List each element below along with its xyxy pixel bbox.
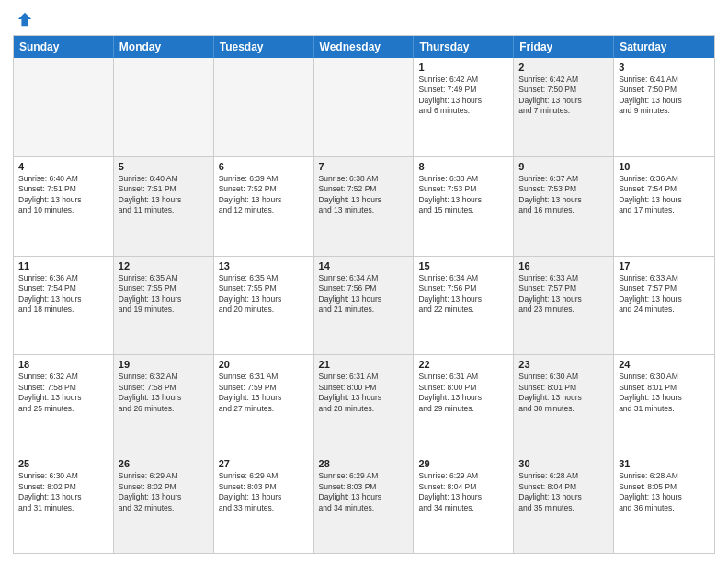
day-number: 20 — [219, 359, 309, 370]
day-info: Sunrise: 6:29 AM Sunset: 8:02 PM Dayligh… — [119, 471, 209, 513]
day-cell-24: 24Sunrise: 6:30 AM Sunset: 8:01 PM Dayli… — [614, 355, 714, 454]
day-info: Sunrise: 6:31 AM Sunset: 8:00 PM Dayligh… — [319, 372, 409, 414]
day-number: 17 — [619, 260, 710, 271]
day-number: 29 — [418, 458, 508, 469]
empty-cell — [214, 58, 314, 156]
day-cell-11: 11Sunrise: 6:36 AM Sunset: 7:54 PM Dayli… — [14, 257, 114, 355]
day-cell-13: 13Sunrise: 6:35 AM Sunset: 7:55 PM Dayli… — [214, 257, 314, 355]
day-cell-16: 16Sunrise: 6:33 AM Sunset: 7:57 PM Dayli… — [514, 257, 614, 355]
day-cell-12: 12Sunrise: 6:35 AM Sunset: 7:55 PM Dayli… — [114, 257, 214, 355]
day-info: Sunrise: 6:33 AM Sunset: 7:57 PM Dayligh… — [619, 273, 710, 316]
day-number: 7 — [319, 161, 409, 172]
week-row-5: 25Sunrise: 6:30 AM Sunset: 8:02 PM Dayli… — [14, 454, 714, 553]
day-cell-10: 10Sunrise: 6:36 AM Sunset: 7:54 PM Dayli… — [614, 157, 714, 256]
day-info: Sunrise: 6:38 AM Sunset: 7:53 PM Dayligh… — [418, 174, 508, 216]
day-info: Sunrise: 6:41 AM Sunset: 7:50 PM Dayligh… — [619, 75, 710, 117]
day-number: 18 — [18, 359, 108, 370]
day-info: Sunrise: 6:31 AM Sunset: 8:00 PM Dayligh… — [418, 372, 508, 414]
day-number: 26 — [119, 458, 209, 469]
day-cell-26: 26Sunrise: 6:29 AM Sunset: 8:02 PM Dayli… — [114, 454, 214, 553]
day-cell-3: 3Sunrise: 6:41 AM Sunset: 7:50 PM Daylig… — [614, 58, 714, 156]
day-info: Sunrise: 6:35 AM Sunset: 7:55 PM Dayligh… — [219, 273, 309, 316]
day-cell-28: 28Sunrise: 6:29 AM Sunset: 8:03 PM Dayli… — [314, 454, 415, 553]
day-number: 11 — [18, 260, 108, 271]
day-info: Sunrise: 6:37 AM Sunset: 7:53 PM Dayligh… — [518, 174, 609, 216]
day-number: 23 — [518, 359, 609, 370]
calendar-body: 1Sunrise: 6:42 AM Sunset: 7:49 PM Daylig… — [14, 58, 714, 553]
day-info: Sunrise: 6:33 AM Sunset: 7:57 PM Dayligh… — [518, 273, 609, 316]
day-cell-22: 22Sunrise: 6:31 AM Sunset: 8:00 PM Dayli… — [414, 355, 514, 454]
empty-cell — [114, 58, 214, 156]
day-info: Sunrise: 6:29 AM Sunset: 8:03 PM Dayligh… — [319, 471, 409, 513]
header-day-saturday: Saturday — [614, 36, 714, 58]
empty-cell — [14, 58, 114, 156]
day-info: Sunrise: 6:40 AM Sunset: 7:51 PM Dayligh… — [119, 174, 209, 216]
day-info: Sunrise: 6:32 AM Sunset: 7:58 PM Dayligh… — [119, 372, 209, 414]
day-number: 28 — [319, 458, 409, 469]
day-number: 31 — [619, 458, 710, 469]
day-number: 15 — [418, 260, 508, 271]
header-day-friday: Friday — [514, 36, 614, 58]
logo-text — [13, 11, 33, 28]
page: SundayMondayTuesdayWednesdayThursdayFrid… — [0, 0, 728, 563]
day-cell-20: 20Sunrise: 6:31 AM Sunset: 7:59 PM Dayli… — [214, 355, 314, 454]
header-day-wednesday: Wednesday — [314, 36, 415, 58]
header — [13, 11, 715, 28]
header-day-monday: Monday — [114, 36, 214, 58]
day-cell-19: 19Sunrise: 6:32 AM Sunset: 7:58 PM Dayli… — [114, 355, 214, 454]
day-number: 10 — [619, 161, 710, 172]
day-info: Sunrise: 6:38 AM Sunset: 7:52 PM Dayligh… — [319, 174, 409, 216]
day-number: 2 — [518, 62, 609, 73]
day-info: Sunrise: 6:42 AM Sunset: 7:50 PM Dayligh… — [518, 75, 609, 117]
day-number: 1 — [418, 62, 508, 73]
day-info: Sunrise: 6:35 AM Sunset: 7:55 PM Dayligh… — [119, 273, 209, 316]
day-cell-29: 29Sunrise: 6:29 AM Sunset: 8:04 PM Dayli… — [414, 454, 514, 553]
day-cell-30: 30Sunrise: 6:28 AM Sunset: 8:04 PM Dayli… — [514, 454, 614, 553]
day-info: Sunrise: 6:42 AM Sunset: 7:49 PM Dayligh… — [418, 75, 508, 117]
header-day-tuesday: Tuesday — [214, 36, 314, 58]
week-row-3: 11Sunrise: 6:36 AM Sunset: 7:54 PM Dayli… — [14, 256, 714, 355]
day-cell-2: 2Sunrise: 6:42 AM Sunset: 7:50 PM Daylig… — [514, 58, 614, 156]
day-cell-8: 8Sunrise: 6:38 AM Sunset: 7:53 PM Daylig… — [414, 157, 514, 256]
header-day-sunday: Sunday — [14, 36, 114, 58]
day-cell-27: 27Sunrise: 6:29 AM Sunset: 8:03 PM Dayli… — [214, 454, 314, 553]
day-info: Sunrise: 6:30 AM Sunset: 8:01 PM Dayligh… — [619, 372, 710, 414]
day-cell-31: 31Sunrise: 6:28 AM Sunset: 8:05 PM Dayli… — [614, 454, 714, 553]
day-number: 22 — [418, 359, 508, 370]
week-row-4: 18Sunrise: 6:32 AM Sunset: 7:58 PM Dayli… — [14, 354, 714, 454]
day-cell-25: 25Sunrise: 6:30 AM Sunset: 8:02 PM Dayli… — [14, 454, 114, 553]
day-number: 5 — [119, 161, 209, 172]
day-number: 25 — [18, 458, 108, 469]
day-number: 13 — [219, 260, 309, 271]
day-info: Sunrise: 6:30 AM Sunset: 8:01 PM Dayligh… — [518, 372, 609, 414]
day-number: 21 — [319, 359, 409, 370]
day-number: 30 — [518, 458, 609, 469]
day-info: Sunrise: 6:40 AM Sunset: 7:51 PM Dayligh… — [18, 174, 108, 216]
day-cell-18: 18Sunrise: 6:32 AM Sunset: 7:58 PM Dayli… — [14, 355, 114, 454]
week-row-1: 1Sunrise: 6:42 AM Sunset: 7:49 PM Daylig… — [14, 58, 714, 156]
day-cell-23: 23Sunrise: 6:30 AM Sunset: 8:01 PM Dayli… — [514, 355, 614, 454]
logo — [13, 11, 33, 28]
header-day-thursday: Thursday — [414, 36, 514, 58]
day-number: 9 — [518, 161, 609, 172]
day-info: Sunrise: 6:30 AM Sunset: 8:02 PM Dayligh… — [18, 471, 108, 513]
day-number: 14 — [319, 260, 409, 271]
day-cell-17: 17Sunrise: 6:33 AM Sunset: 7:57 PM Dayli… — [614, 257, 714, 355]
day-info: Sunrise: 6:39 AM Sunset: 7:52 PM Dayligh… — [219, 174, 309, 216]
day-info: Sunrise: 6:31 AM Sunset: 7:59 PM Dayligh… — [219, 372, 309, 414]
day-cell-15: 15Sunrise: 6:34 AM Sunset: 7:56 PM Dayli… — [414, 257, 514, 355]
day-cell-1: 1Sunrise: 6:42 AM Sunset: 7:49 PM Daylig… — [414, 58, 514, 156]
day-number: 8 — [418, 161, 508, 172]
day-cell-9: 9Sunrise: 6:37 AM Sunset: 7:53 PM Daylig… — [514, 157, 614, 256]
logo-icon — [17, 11, 33, 28]
week-row-2: 4Sunrise: 6:40 AM Sunset: 7:51 PM Daylig… — [14, 156, 714, 256]
day-number: 12 — [119, 260, 209, 271]
day-info: Sunrise: 6:29 AM Sunset: 8:04 PM Dayligh… — [418, 471, 508, 513]
day-number: 27 — [219, 458, 309, 469]
day-cell-6: 6Sunrise: 6:39 AM Sunset: 7:52 PM Daylig… — [214, 157, 314, 256]
day-number: 19 — [119, 359, 209, 370]
day-cell-21: 21Sunrise: 6:31 AM Sunset: 8:00 PM Dayli… — [314, 355, 415, 454]
svg-marker-0 — [18, 13, 31, 26]
calendar-header: SundayMondayTuesdayWednesdayThursdayFrid… — [14, 36, 714, 58]
empty-cell — [314, 58, 415, 156]
